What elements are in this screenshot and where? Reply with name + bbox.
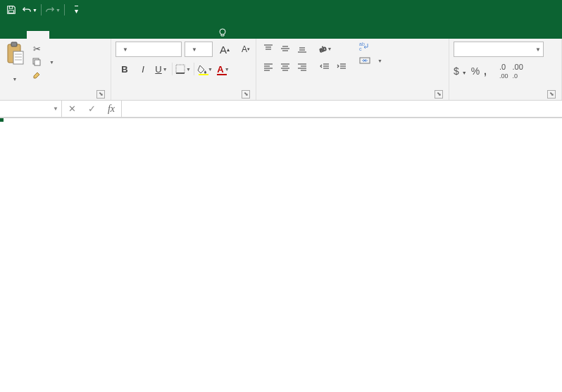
- tab-home[interactable]: [27, 31, 49, 39]
- increase-decimal-icon[interactable]: .0.00: [499, 63, 508, 80]
- redo-icon[interactable]: ▼: [44, 1, 61, 18]
- svg-point-2: [220, 29, 225, 34]
- copy-button[interactable]: ▼: [31, 56, 54, 68]
- name-box[interactable]: ▼: [0, 101, 62, 117]
- group-alignment: ab▼ abc ▼ ⬊: [256, 39, 449, 100]
- increase-indent-icon[interactable]: [334, 60, 349, 74]
- accounting-format-button[interactable]: $ ▼: [454, 65, 467, 77]
- italic-button[interactable]: I: [134, 61, 152, 77]
- paintbrush-icon: [31, 70, 42, 81]
- number-launcher-icon[interactable]: ⬊: [547, 90, 556, 99]
- tab-view[interactable]: [162, 31, 185, 39]
- align-right-icon[interactable]: [294, 60, 310, 74]
- decrease-indent-icon[interactable]: [317, 60, 332, 74]
- group-clipboard: ▼ ✂ ▼ ⬊: [0, 39, 111, 100]
- save-icon[interactable]: [3, 1, 20, 18]
- merge-center-button[interactable]: ▼: [359, 56, 382, 65]
- tab-page-layout[interactable]: [72, 31, 94, 39]
- svg-rect-1: [9, 11, 14, 13]
- underline-button[interactable]: U▼: [152, 61, 170, 77]
- cancel-icon[interactable]: ✕: [62, 103, 82, 114]
- format-painter-button[interactable]: [31, 70, 54, 81]
- svg-rect-5: [13, 51, 23, 64]
- ribbon: ▼ ✂ ▼ ⬊ ▼ ▼ A▴ A▾ B I U▼ ▼: [0, 39, 562, 101]
- enter-icon[interactable]: ✓: [82, 103, 101, 114]
- font-size-combo[interactable]: ▼: [185, 42, 213, 57]
- font-launcher-icon[interactable]: ⬊: [242, 90, 250, 99]
- undo-icon[interactable]: ▼: [21, 1, 38, 18]
- borders-button[interactable]: ▼: [174, 61, 192, 77]
- wrap-text-icon: abc: [359, 42, 370, 51]
- svg-text:c: c: [359, 46, 362, 51]
- fill-color-button[interactable]: ▼: [196, 61, 214, 77]
- formula-input[interactable]: [122, 101, 562, 117]
- fx-icon[interactable]: fx: [101, 103, 121, 115]
- svg-text:ab: ab: [359, 42, 365, 46]
- svg-rect-10: [35, 60, 40, 65]
- tell-me[interactable]: [217, 27, 234, 39]
- number-format-combo[interactable]: ▼: [454, 42, 544, 57]
- svg-rect-11: [176, 65, 185, 73]
- group-number: ▼ $ ▼ % , .0.00 .00.0 ⬊: [449, 39, 562, 100]
- align-top-icon[interactable]: [261, 42, 276, 56]
- group-font: ▼ ▼ A▴ A▾ B I U▼ ▼ ▼ A▼ ⬊: [111, 39, 256, 100]
- bold-button[interactable]: B: [115, 61, 134, 77]
- font-name-combo[interactable]: ▼: [115, 42, 182, 57]
- svg-text:ab: ab: [318, 45, 327, 53]
- merge-icon: [359, 56, 370, 65]
- font-color-button[interactable]: A▼: [214, 61, 232, 77]
- svg-rect-4: [11, 42, 17, 46]
- wrap-text-button[interactable]: abc: [359, 42, 382, 51]
- align-center-icon[interactable]: [277, 60, 293, 74]
- lightbulb-icon: [217, 27, 228, 39]
- selection-overlay: [0, 118, 3, 121]
- copy-icon: [31, 56, 42, 68]
- paste-icon[interactable]: [4, 42, 25, 65]
- orientation-icon[interactable]: ab▼: [317, 42, 332, 56]
- tab-review[interactable]: [139, 31, 162, 39]
- tab-file[interactable]: [4, 31, 27, 39]
- tab-data[interactable]: [117, 31, 139, 39]
- align-middle-icon[interactable]: [277, 42, 293, 56]
- quick-access-toolbar: ▼ ▼ ▾: [0, 0, 562, 20]
- paste-button[interactable]: ▼: [13, 65, 18, 82]
- tab-insert[interactable]: [49, 31, 72, 39]
- align-left-icon[interactable]: [261, 60, 276, 74]
- ribbon-tabs: [0, 20, 562, 39]
- percent-button[interactable]: %: [471, 65, 480, 77]
- decrease-font-icon[interactable]: A▾: [237, 42, 255, 57]
- align-bottom-icon[interactable]: [294, 42, 310, 56]
- worksheet-grid[interactable]: [0, 118, 562, 392]
- alignment-launcher-icon[interactable]: ⬊: [435, 90, 443, 99]
- tab-formulas[interactable]: [94, 31, 117, 39]
- cut-button[interactable]: ✂: [31, 43, 54, 54]
- fill-handle[interactable]: [0, 118, 4, 122]
- increase-font-icon[interactable]: A▴: [216, 42, 234, 57]
- scissors-icon: ✂: [31, 43, 42, 54]
- formula-bar: ▼ ✕ ✓ fx: [0, 101, 562, 118]
- clipboard-launcher-icon[interactable]: ⬊: [96, 90, 105, 99]
- tab-help[interactable]: [185, 31, 207, 39]
- decrease-decimal-icon[interactable]: .00.0: [512, 63, 523, 80]
- customize-qat-icon[interactable]: ▾: [68, 1, 85, 18]
- comma-button[interactable]: ,: [484, 65, 487, 77]
